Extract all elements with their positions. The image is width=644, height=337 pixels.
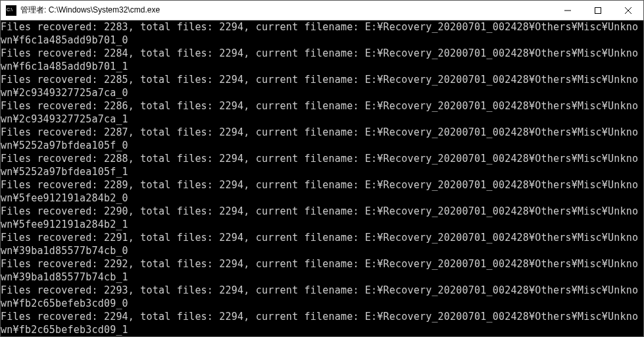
maximize-button[interactable] [583, 1, 613, 20]
minimize-icon [564, 7, 571, 14]
close-icon [625, 7, 632, 14]
svg-rect-0 [595, 7, 601, 13]
maximize-icon [595, 7, 601, 14]
cmd-icon [6, 5, 16, 16]
close-button[interactable] [613, 1, 643, 20]
minimize-button[interactable] [553, 1, 583, 20]
titlebar: 管理者: C:\Windows\System32\cmd.exe [1, 1, 643, 20]
window-controls [553, 1, 643, 20]
window-title: 管理者: C:\Windows\System32\cmd.exe [20, 5, 553, 16]
terminal-output[interactable]: Files recovered: 2283, total files: 2294… [1, 20, 643, 337]
